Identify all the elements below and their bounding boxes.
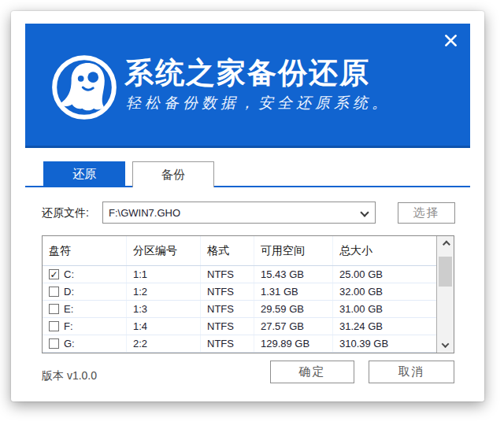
chevron-down-icon xyxy=(442,340,450,348)
partition-cell: 2:2 xyxy=(127,335,201,352)
restore-file-value: F:\GWIN7.GHO xyxy=(109,207,180,219)
drive-label: C: xyxy=(64,268,74,280)
total-size-cell: 32.00 GB xyxy=(333,283,436,300)
scroll-down-button[interactable] xyxy=(437,337,454,353)
format-cell: NTFS xyxy=(201,318,254,335)
chevron-down-icon xyxy=(360,208,369,216)
ok-button[interactable]: 确定 xyxy=(270,361,354,383)
table-row[interactable]: E: 1:3 NTFS 29.59 GB 31.00 GB xyxy=(43,301,436,318)
partition-cell: 1:1 xyxy=(127,266,201,283)
tab-restore[interactable]: 还原 xyxy=(43,161,125,187)
drive-label: F: xyxy=(64,320,73,332)
drive-cell: E: xyxy=(43,301,127,317)
scrollbar-thumb[interactable] xyxy=(439,257,452,287)
total-size-cell: 25.00 GB xyxy=(333,266,436,283)
col-header-format[interactable]: 格式 xyxy=(201,236,254,265)
col-header-partition[interactable]: 分区编号 xyxy=(127,236,201,265)
total-size-cell: 310.39 GB xyxy=(333,335,436,352)
banner: 系统之家备份还原 轻松备份数据，安全还原系统。 xyxy=(25,24,470,148)
version-label: 版本 v1.0.0 xyxy=(42,369,97,383)
drive-cell: F: xyxy=(43,318,127,335)
partition-cell: 1:4 xyxy=(127,318,201,335)
partition-cell: 1:2 xyxy=(127,283,201,300)
drive-checkbox[interactable] xyxy=(49,338,59,349)
cancel-button[interactable]: 取消 xyxy=(369,361,454,383)
free-space-cell: 129.89 GB xyxy=(254,335,333,352)
restore-file-combobox[interactable]: F:\GWIN7.GHO xyxy=(102,202,376,224)
free-space-cell: 29.59 GB xyxy=(254,301,333,317)
format-cell: NTFS xyxy=(201,283,254,300)
free-space-cell: 15.43 GB xyxy=(254,266,333,283)
format-cell: NTFS xyxy=(201,266,254,283)
drive-checkbox[interactable] xyxy=(49,321,59,331)
table-header-row: 盘符 分区编号 格式 可用空间 总大小 xyxy=(43,236,436,266)
free-space-cell: 27.57 GB xyxy=(254,318,333,335)
drive-checkbox[interactable] xyxy=(49,304,59,314)
table-row[interactable]: ✓ C: 1:1 NTFS 15.43 GB 25.00 GB xyxy=(43,266,436,283)
format-cell: NTFS xyxy=(201,335,254,352)
drive-cell: D: xyxy=(43,283,127,300)
col-header-drive[interactable]: 盘符 xyxy=(43,236,127,265)
tab-backup[interactable]: 备份 xyxy=(132,161,214,187)
table-body: ✓ C: 1:1 NTFS 15.43 GB 25.00 GB D: 1:2 N… xyxy=(43,266,436,353)
drive-label: D: xyxy=(64,286,74,298)
free-space-cell: 1.31 GB xyxy=(254,283,333,300)
chevron-up-icon xyxy=(443,240,450,248)
drive-checkbox[interactable]: ✓ xyxy=(49,269,59,279)
vertical-scrollbar[interactable] xyxy=(436,236,454,353)
app-subtitle: 轻松备份数据，安全还原系统。 xyxy=(126,93,391,113)
col-header-total[interactable]: 总大小 xyxy=(333,236,436,265)
total-size-cell: 31.00 GB xyxy=(333,301,436,317)
ghost-logo-icon xyxy=(50,54,118,121)
table-row[interactable]: G: 2:2 NTFS 129.89 GB 310.39 GB xyxy=(43,335,436,353)
format-cell: NTFS xyxy=(201,301,254,317)
close-icon xyxy=(443,33,458,51)
table-row[interactable]: D: 1:2 NTFS 1.31 GB 32.00 GB xyxy=(43,283,436,301)
drive-label: G: xyxy=(64,338,75,349)
app-window: 系统之家备份还原 轻松备份数据，安全还原系统。 还原 备份 还原文件: F:\G… xyxy=(11,11,484,401)
drive-checkbox[interactable] xyxy=(49,287,59,297)
app-title: 系统之家备份还原 xyxy=(124,54,370,93)
total-size-cell: 31.24 GB xyxy=(333,318,436,335)
select-file-button[interactable]: 选择 xyxy=(398,202,455,224)
drive-cell: ✓ C: xyxy=(43,266,127,283)
restore-file-label: 还原文件: xyxy=(42,202,89,224)
partition-cell: 1:3 xyxy=(127,301,201,317)
drive-label: E: xyxy=(64,303,73,315)
drive-cell: G: xyxy=(43,335,127,352)
table-row[interactable]: F: 1:4 NTFS 27.57 GB 31.24 GB xyxy=(43,318,436,335)
scroll-up-button[interactable] xyxy=(437,236,454,252)
col-header-free[interactable]: 可用空间 xyxy=(254,236,333,265)
close-button[interactable] xyxy=(439,30,462,54)
partition-table: 盘符 分区编号 格式 可用空间 总大小 ✓ C: 1:1 NTFS 15.43 … xyxy=(42,235,454,353)
